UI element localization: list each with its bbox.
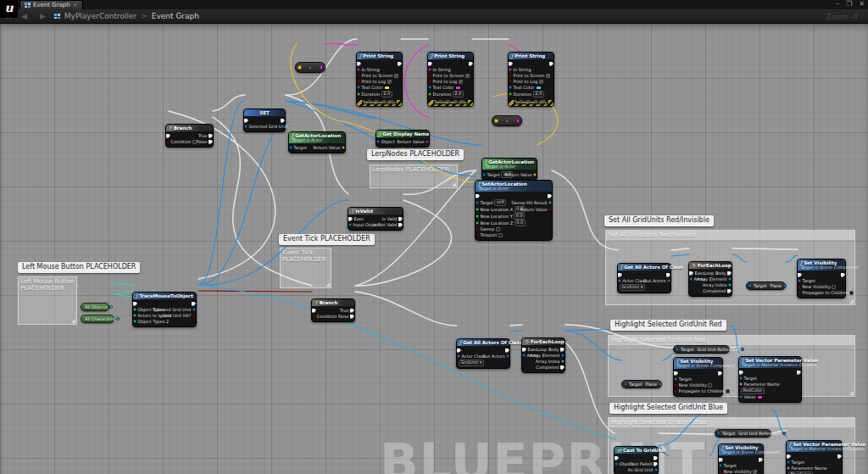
- completed-pin[interactable]: [560, 365, 565, 370]
- as-grid-unit-pin[interactable]: [654, 468, 658, 471]
- new-visibility-pin[interactable]: [798, 285, 801, 288]
- capsule-all-characters[interactable]: All Characters: [81, 315, 114, 323]
- exec-pin[interactable]: [428, 62, 432, 66]
- new-visibility-checkbox[interactable]: [708, 383, 712, 388]
- exec-pin[interactable]: [505, 349, 509, 353]
- text-color-pin[interactable]: [357, 86, 360, 89]
- tab-close-icon[interactable]: ×: [73, 2, 78, 9]
- cast-failed-pin[interactable]: [654, 462, 658, 466]
- exec-pin[interactable]: [281, 125, 285, 128]
- exec-pin[interactable]: [689, 271, 693, 276]
- target-pin[interactable]: [482, 173, 486, 176]
- false-pin[interactable]: [209, 140, 213, 144]
- target-pin[interactable]: [624, 382, 627, 386]
- condition-pin[interactable]: [312, 315, 315, 318]
- object-pin[interactable]: [615, 462, 618, 466]
- node-get-display-name[interactable]: ƒGet Display NameObjectReturn Value: [376, 130, 430, 148]
- out-actors-pin[interactable]: [667, 279, 670, 282]
- node-print-string-2[interactable]: ƒPrint StringIn StringPrint to ScreenPri…: [427, 52, 474, 107]
- exec-pin[interactable]: [522, 348, 526, 352]
- condition-checkbox[interactable]: [192, 140, 197, 144]
- comment-bubble-lerp-nodes[interactable]: LerpNodes PLACEHOLDER: [367, 149, 464, 160]
- exec-pin[interactable]: [739, 371, 743, 375]
- text-color-pin[interactable]: [509, 86, 512, 89]
- node-for-each-loop-2[interactable]: ↻ForEachLoopExecLoop BodyArrayArray Elem…: [521, 337, 565, 373]
- node-to-string-2[interactable]: [492, 115, 522, 126]
- completed-pin[interactable]: [727, 289, 732, 293]
- node-cast-to-gridunit[interactable]: ⇄Cast To GridUnitObjectCast FailedAs Gri…: [614, 446, 659, 474]
- duration-pin[interactable]: [357, 92, 360, 96]
- target-pin[interactable]: [748, 284, 752, 287]
- exec-pin[interactable]: [312, 309, 316, 313]
- exec-pin[interactable]: [457, 349, 461, 353]
- propagate-to-children-pin[interactable]: [798, 291, 801, 294]
- value-field[interactable]: BlueColor: [788, 471, 813, 474]
- propagate-to-children-checkbox[interactable]: [726, 389, 730, 393]
- exec-pin[interactable]: [357, 62, 361, 66]
- print-to-log-pin[interactable]: [509, 80, 512, 83]
- actors-to-ignore-pin[interactable]: [133, 314, 136, 317]
- capsule-target-grid-unit-reference-2[interactable]: TargetGrid Unit Reference: [715, 429, 771, 438]
- all-objects-pin[interactable]: [109, 305, 113, 309]
- plane-pin[interactable]: [659, 382, 662, 386]
- node-get-actor-location-2[interactable]: ƒGetActorLocationTarget is ActorTargetse…: [481, 158, 537, 181]
- print-to-screen-checkbox[interactable]: [546, 74, 550, 78]
- node-is-valid[interactable]: ?IsValidExecIs ValidInput ObjectIs Not V…: [348, 207, 403, 231]
- print-to-screen-checkbox[interactable]: [465, 74, 470, 78]
- new-visibility-pin[interactable]: [674, 383, 677, 387]
- node-get-all-actors-of-class-2[interactable]: ƒGet All Actors Of ClassActor ClassOut A…: [456, 338, 510, 369]
- target-pin[interactable]: [719, 464, 722, 467]
- close-button[interactable]: ✕: [859, 0, 865, 8]
- exec-pin[interactable]: [674, 371, 678, 376]
- sweep-checkbox[interactable]: [496, 227, 500, 231]
- node-set-visibility-3[interactable]: ƒSet VisibilityTarget is Scene Component…: [718, 443, 764, 474]
- color-swatch[interactable]: [536, 86, 542, 90]
- selected-grid-unit-pin[interactable]: [192, 308, 196, 311]
- grid-unit-reference-pin[interactable]: [782, 432, 786, 435]
- sweep-hit-result-pin[interactable]: [548, 201, 552, 204]
- parameter-name-pin[interactable]: [739, 382, 743, 386]
- selected-grid-unit-pin[interactable]: [244, 125, 248, 128]
- true-pin[interactable]: [350, 309, 354, 313]
- breadcrumb-current[interactable]: Event Graph: [152, 12, 199, 20]
- node-set-selected-grid-unit[interactable]: SETSelected Grid Unit: [243, 109, 286, 132]
- comment-bubble-highlight-blue[interactable]: Highlight Selected GridUnit Blue: [609, 403, 727, 414]
- in-string-pin[interactable]: [428, 68, 431, 71]
- forward-arrow-icon[interactable]: ▶: [36, 12, 50, 20]
- actor-class-pin[interactable]: [618, 279, 621, 282]
- node-get-all-actors-of-class-1[interactable]: ƒGet All Actors Of ClassActor ClassOut A…: [617, 263, 671, 293]
- object-types-2-pin[interactable]: [133, 320, 136, 323]
- print-to-screen-pin[interactable]: [357, 74, 360, 77]
- node-set-vector-parameter-value-1[interactable]: ƒSet Vector Parameter ValueTarget is Mat…: [738, 356, 802, 403]
- comment-bubble-highlight-red[interactable]: Highlight Selected GridUnit Red: [610, 320, 726, 331]
- exec-pin[interactable]: [244, 119, 248, 123]
- array-pin[interactable]: [689, 277, 693, 281]
- output-pin[interactable]: [516, 119, 520, 123]
- output-pin[interactable]: [320, 65, 324, 70]
- exec-pin[interactable]: [759, 458, 763, 462]
- target-pin[interactable]: [739, 376, 743, 380]
- print-to-log-pin[interactable]: [357, 80, 360, 83]
- teleport-pin[interactable]: [476, 233, 479, 237]
- exec-pin[interactable]: [618, 273, 622, 277]
- exec-pin[interactable]: [615, 456, 619, 460]
- input-pin[interactable]: [298, 65, 302, 70]
- exec-pin[interactable]: [133, 302, 137, 306]
- new-visibility-pin[interactable]: [719, 470, 722, 473]
- comment-bubble-event-tick[interactable]: Event Tick PLACEHOLDER: [279, 234, 375, 245]
- duration-pin[interactable]: [428, 92, 431, 96]
- loop-body-pin[interactable]: [727, 271, 732, 276]
- comment-bubble-left-mouse-button[interactable]: Left Mouse Button PLACEHOLDER: [18, 262, 140, 273]
- value-field[interactable]: 2.0: [533, 91, 544, 98]
- exec-pin[interactable]: [509, 62, 513, 66]
- target-pin[interactable]: [289, 146, 292, 149]
- exec-pin[interactable]: [841, 273, 845, 277]
- new-location-z-pin[interactable]: [476, 221, 479, 225]
- exec-pin[interactable]: [548, 194, 552, 198]
- print-to-screen-pin[interactable]: [509, 74, 512, 77]
- return-value-pin[interactable]: [533, 173, 537, 176]
- node-set-visibility-1[interactable]: ƒSet VisibilityTarget is Scene Component…: [797, 259, 846, 298]
- class-dropdown[interactable]: GridUnit ▾: [459, 360, 484, 366]
- class-dropdown[interactable]: GridUnit ▾: [620, 284, 645, 291]
- exec-pin[interactable]: [654, 456, 658, 460]
